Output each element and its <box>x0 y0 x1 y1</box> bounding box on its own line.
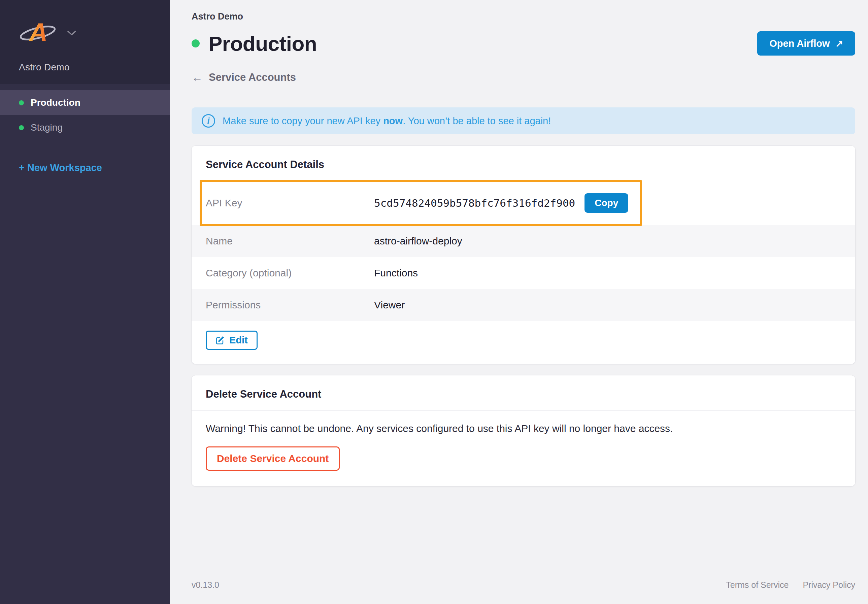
table-row-permissions: Permissions Viewer <box>192 289 855 321</box>
sidebar-item-production[interactable]: Production <box>0 90 170 115</box>
chevron-down-icon[interactable] <box>67 31 76 36</box>
open-airflow-button[interactable]: Open Airflow ↗ <box>757 31 855 56</box>
row-value: astro-airflow-deploy <box>374 235 462 247</box>
external-link-icon: ↗ <box>835 38 843 49</box>
privacy-policy-link[interactable]: Privacy Policy <box>803 580 855 590</box>
card-title: Delete Service Account <box>192 375 855 410</box>
card-title: Service Account Details <box>192 146 855 181</box>
table-row-api-key: API Key 5cd574824059b578bfc76f316fd2f900… <box>192 181 855 225</box>
page-header: Production Open Airflow ↗ <box>192 31 855 56</box>
alert-text-after: . You won’t be able to see it again! <box>403 116 551 126</box>
edit-button-area: Edit <box>192 321 855 364</box>
edit-button-label: Edit <box>229 335 248 346</box>
workspace-name: Astro Demo <box>19 62 170 73</box>
api-key-value: 5cd574824059b578bfc76f316fd2f900 <box>374 197 575 209</box>
breadcrumb: Astro Demo <box>192 11 855 22</box>
sidebar-item-staging[interactable]: Staging <box>0 115 170 140</box>
table-row-name: Name astro-airflow-deploy <box>192 225 855 257</box>
sidebar-header: A Astro Demo <box>0 0 170 84</box>
page-title: Production <box>208 32 317 56</box>
astronomer-logo[interactable]: A <box>19 16 59 47</box>
row-label: Category (optional) <box>206 267 374 279</box>
deployment-status-dot-icon <box>192 39 200 48</box>
logo-letter: A <box>29 18 48 46</box>
row-label: Permissions <box>206 299 374 311</box>
arrow-left-icon: ← <box>192 71 203 84</box>
new-workspace-link[interactable]: + New Workspace <box>19 162 170 173</box>
status-dot-icon <box>19 100 24 105</box>
copy-button[interactable]: Copy <box>584 193 628 213</box>
terms-of-service-link[interactable]: Terms of Service <box>726 580 789 590</box>
row-label: Name <box>206 235 374 247</box>
alert-text-before: Make sure to copy your new API key <box>223 116 383 126</box>
info-icon: i <box>202 114 215 128</box>
delete-warning-text: Warning! This cannot be undone. Any serv… <box>192 411 855 434</box>
sidebar-item-label: Staging <box>31 122 63 133</box>
back-link-service-accounts[interactable]: ← Service Accounts <box>192 71 296 84</box>
row-value: Viewer <box>374 299 405 311</box>
table-row-category: Category (optional) Functions <box>192 257 855 289</box>
footer: v0.13.0 Terms of Service Privacy Policy <box>192 580 855 604</box>
api-key-info-alert: i Make sure to copy your new API key now… <box>192 107 855 134</box>
service-account-details-card: Service Account Details API Key 5cd57482… <box>192 146 855 364</box>
alert-text-bold: now <box>383 116 403 126</box>
sidebar: A Astro Demo Production Staging + New Wo… <box>0 0 170 604</box>
delete-service-account-button[interactable]: Delete Service Account <box>206 446 340 471</box>
status-dot-icon <box>19 125 24 130</box>
version-label: v0.13.0 <box>192 580 219 590</box>
sidebar-nav: Production Staging <box>0 90 170 140</box>
edit-button[interactable]: Edit <box>206 331 257 350</box>
back-link-label: Service Accounts <box>209 71 296 84</box>
alert-text: Make sure to copy your new API key now. … <box>223 116 551 127</box>
sidebar-item-label: Production <box>31 97 81 108</box>
pencil-icon <box>215 336 225 345</box>
delete-service-account-card: Delete Service Account Warning! This can… <box>192 375 855 486</box>
row-label: API Key <box>206 197 374 209</box>
row-value: Functions <box>374 267 418 279</box>
main-content: Astro Demo Production Open Airflow ↗ ← S… <box>170 0 868 604</box>
open-airflow-label: Open Airflow <box>769 38 829 49</box>
